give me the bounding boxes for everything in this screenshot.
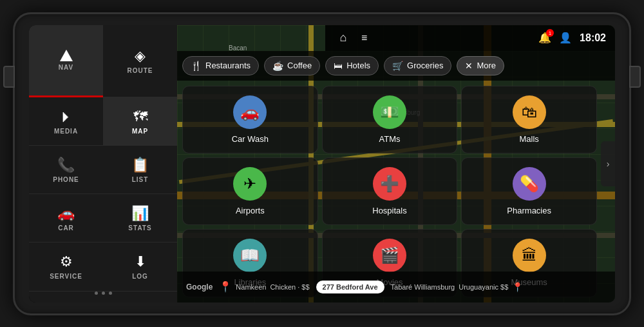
pin-icon-2: 📍 [512, 282, 523, 292]
sidebar-phone-list-row: 📞 PHONE 📋 LIST [29, 146, 177, 194]
malls-icon-circle: 🛍 [513, 95, 546, 129]
hospitals-icon-circle: ➕ [373, 167, 406, 201]
list-label: LIST [132, 176, 149, 183]
sidebar-item-list[interactable]: 📋 LIST [103, 146, 177, 194]
sidebar-item-media[interactable]: ⏵ MEDIA [29, 97, 103, 146]
pharmacies-label: Pharmacies [507, 206, 551, 215]
filter-hotels[interactable]: 🛏 Hotels [325, 56, 379, 75]
main-content: NAV ◈ ROUTE ⏵ MEDIA 🗺 MAP [29, 25, 615, 302]
sidebar-item-phone[interactable]: 📞 PHONE [29, 146, 103, 194]
dot-1 [95, 292, 98, 295]
restaurant-1-sub: Chicken · $$ [270, 283, 309, 291]
dots-row [95, 292, 112, 295]
groceries-label: Groceries [407, 61, 443, 70]
media-icon: ⏵ [59, 108, 73, 125]
restaurant-2-sub: Uruguayanic $$ [459, 283, 508, 291]
map-icon: 🗺 [133, 108, 147, 125]
car-label: CAR [58, 224, 74, 232]
google-logo: Google [186, 282, 213, 292]
poi-grid: 🚗 Car Wash 💵 ATMs 🛍 Malls ✈ Airport [177, 81, 602, 302]
sidebar-item-car[interactable]: 🚗 CAR [29, 194, 103, 243]
content-area: ⌂ ≡ 🔔 1 👤 18:02 [177, 25, 615, 302]
screen: NAV ◈ ROUTE ⏵ MEDIA 🗺 MAP [29, 25, 615, 302]
route-label: ROUTE [128, 67, 153, 74]
notification-badge: 1 [546, 29, 554, 37]
clock: 18:02 [580, 32, 606, 44]
filter-groceries[interactable]: 🛒 Groceries [384, 56, 451, 75]
list-icon: 📋 [131, 157, 149, 173]
user-icon[interactable]: 👤 [559, 32, 572, 44]
hospitals-label: Hospitals [372, 206, 406, 215]
airports-icon-circle: ✈ [233, 167, 267, 201]
groceries-icon: 🛒 [392, 61, 403, 71]
car-icon: 🚗 [57, 205, 75, 222]
map-info-bar: Google 📍 Namkeen Chicken · $$ 277 Bedfor… [177, 272, 615, 302]
nav-label: NAV [59, 64, 73, 71]
atms-label: ATMs [379, 134, 401, 144]
service-label: SERVICE [50, 273, 82, 280]
log-label: LOG [132, 273, 148, 280]
poi-atms[interactable]: 💵 ATMs [322, 86, 458, 154]
hotels-icon: 🛏 [334, 61, 343, 71]
restaurants-icon: 🍴 [191, 61, 202, 71]
libraries-icon-circle: 📖 [233, 239, 267, 272]
poi-airports[interactable]: ✈ Airports [182, 157, 318, 225]
poi-malls[interactable]: 🛍 Malls [461, 86, 597, 154]
status-right: 🔔 1 👤 18:02 [538, 32, 606, 44]
address-chip[interactable]: 277 Bedford Ave [316, 281, 384, 293]
sidebar-media-map-row: ⏵ MEDIA 🗺 MAP [29, 97, 177, 146]
stats-label: STATS [128, 224, 151, 232]
home-button[interactable]: ⌂ [334, 29, 352, 47]
restaurant-info-2: Tabaré Williamsburg Uruguayanic $$ 📍 [391, 282, 524, 292]
sidebar-item-map[interactable]: 🗺 MAP [103, 97, 177, 146]
carwash-label: Car Wash [232, 134, 269, 144]
device-frame: NAV ◈ ROUTE ⏵ MEDIA 🗺 MAP [13, 12, 631, 315]
sidebar-item-route[interactable]: ◈ ROUTE [103, 25, 177, 98]
restaurant-info-1: 📍 Namkeen Chicken · $$ [219, 281, 309, 293]
dot-2 [102, 292, 105, 295]
more-close-icon: ✕ [465, 61, 473, 71]
museums-icon-circle: 🏛 [513, 239, 546, 272]
carwash-icon-circle: 🚗 [233, 95, 267, 129]
coffee-icon: ☕ [272, 61, 283, 71]
right-arrow-button[interactable]: › [601, 141, 615, 186]
airports-label: Airports [236, 206, 265, 215]
sidebar-item-nav[interactable]: NAV [29, 25, 103, 98]
poi-pharmacies[interactable]: 💊 Pharmacies [461, 157, 597, 225]
filter-restaurants[interactable]: 🍴 Restaurants [182, 56, 259, 75]
sidebar-service-log-row: ⚙ SERVICE ⬇ LOG [29, 243, 177, 291]
hotels-label: Hotels [346, 61, 370, 70]
sidebar-item-stats[interactable]: 📊 STATS [103, 194, 177, 243]
restaurant-1-name: Namkeen [236, 283, 266, 291]
sidebar-item-log[interactable]: ⬇ LOG [103, 243, 177, 291]
atms-icon-circle: 💵 [373, 95, 406, 129]
pharmacies-icon-circle: 💊 [513, 167, 546, 201]
filter-bar: 🍴 Restaurants ☕ Coffee 🛏 Hotels 🛒 Grocer… [177, 51, 615, 81]
map-label-text: MAP [132, 128, 148, 135]
route-icon: ◈ [135, 48, 146, 64]
dot-3 [109, 292, 112, 295]
status-bar: ⌂ ≡ 🔔 1 👤 18:02 [325, 25, 615, 51]
sidebar-item-service[interactable]: ⚙ SERVICE [29, 243, 103, 291]
restaurant-2-name: Tabaré Williamsburg [391, 283, 455, 291]
coffee-label: Coffee [287, 61, 312, 70]
movies-icon-circle: 🎬 [373, 239, 406, 272]
log-icon: ⬇ [135, 253, 146, 270]
phone-icon: 📞 [57, 157, 75, 173]
more-label: More [477, 61, 496, 70]
filter-coffee[interactable]: ☕ Coffee [264, 56, 320, 75]
chevron-right-icon: › [607, 159, 610, 169]
filter-more[interactable]: ✕ More [457, 56, 504, 75]
poi-carwash[interactable]: 🚗 Car Wash [182, 86, 318, 154]
restaurants-label: Restaurants [205, 61, 251, 70]
status-left: ⌂ ≡ [334, 29, 368, 47]
notification-bell[interactable]: 🔔 1 [538, 32, 551, 44]
nav-icon [60, 50, 73, 61]
sidebar-top-row: NAV ◈ ROUTE [29, 25, 177, 98]
service-icon: ⚙ [60, 253, 73, 270]
menu-icon[interactable]: ≡ [361, 32, 368, 44]
sidebar: NAV ◈ ROUTE ⏵ MEDIA 🗺 MAP [29, 25, 177, 302]
poi-hospitals[interactable]: ➕ Hospitals [322, 157, 458, 225]
home-icon: ⌂ [340, 31, 347, 45]
media-label: MEDIA [54, 128, 78, 135]
